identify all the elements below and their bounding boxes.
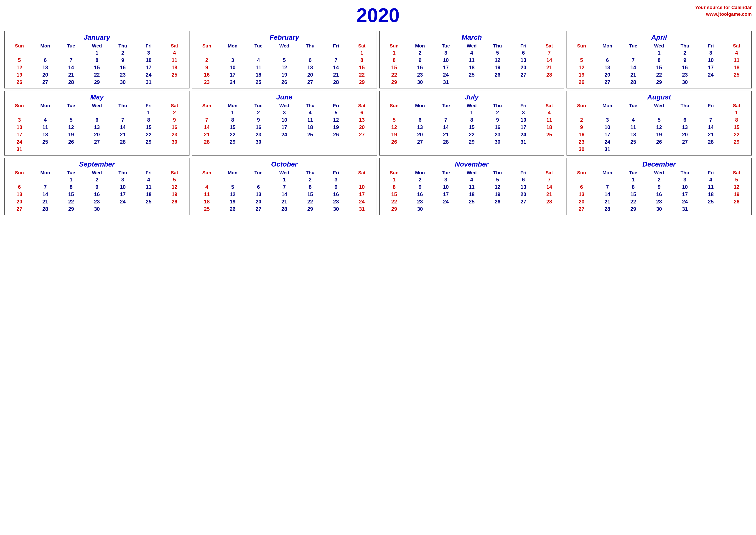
day-cell: 30 [84,205,110,213]
day-cell: 26 [646,138,672,146]
day-header-sun: Sun [194,43,220,49]
day-cell: 20 [510,64,536,71]
day-cell: 8 [220,116,246,124]
day-cell: 6 [672,116,698,124]
day-header-wed: Wed [84,170,110,176]
day-cell: 1 [349,49,375,57]
day-cell: 19 [161,191,187,198]
day-cell: 28 [271,205,297,213]
day-cell: 24 [110,198,136,205]
day-cell [84,109,110,116]
day-cell: 5 [485,49,510,57]
week-row: 282930 [194,138,375,146]
day-cell: 17 [433,191,459,198]
day-cell: 23 [569,138,595,146]
day-cell: 21 [433,131,459,138]
week-row: 3031 [569,146,749,153]
day-cell: 6 [407,116,433,124]
day-cell: 20 [246,198,271,205]
day-cell: 11 [297,116,323,124]
week-row: 567891011 [381,116,562,124]
day-header-tue: Tue [620,43,646,49]
day-cell: 11 [620,124,646,131]
month-table: SunMonTueWedThuFriSat1234567891011121314… [194,170,375,213]
day-cell [646,146,672,153]
week-row: 25262728293031 [194,205,375,213]
day-cell: 5 [220,183,246,191]
month-title: August [569,93,749,101]
day-cell: 26 [724,198,749,205]
day-cell: 20 [349,124,375,131]
day-cell: 13 [510,57,536,64]
day-cell: 20 [569,198,595,205]
day-cell: 13 [510,183,536,191]
day-cell [32,49,58,57]
day-cell: 1 [620,176,646,183]
day-cell: 24 [7,138,32,146]
day-header-fri: Fri [136,43,161,49]
day-cell: 27 [407,138,433,146]
day-cell: 14 [595,191,620,198]
day-cell: 14 [110,124,136,131]
day-header-fri: Fri [323,43,349,49]
day-header-mon: Mon [407,43,433,49]
week-row: 12 [7,109,187,116]
day-cell: 23 [485,131,510,138]
day-cell [510,205,536,213]
day-header-sat: Sat [536,170,562,176]
day-cell [271,49,297,57]
day-cell [485,78,510,86]
day-cell: 22 [620,198,646,205]
day-cell: 12 [58,124,84,131]
day-header-sun: Sun [194,170,220,176]
day-header-mon: Mon [407,170,433,176]
month-september: SeptemberSunMonTueWedThuFriSat1234567891… [4,158,189,215]
day-header-wed: Wed [646,43,672,49]
day-cell: 1 [459,109,485,116]
week-row: 567891011 [569,57,749,64]
day-cell: 25 [724,71,749,78]
day-cell: 22 [297,198,323,205]
day-cell: 21 [536,191,562,198]
calendar-page: 2020 Your source for Calendar www.jtoolg… [4,4,752,215]
day-cell: 23 [110,71,136,78]
day-cell: 11 [161,57,187,64]
day-cell: 31 [672,205,698,213]
day-cell: 7 [698,116,724,124]
day-cell: 27 [672,138,698,146]
page-header: 2020 Your source for Calendar www.jtoolg… [4,4,752,27]
month-december: DecemberSunMonTueWedThuFriSat12345678910… [567,158,752,215]
day-cell [7,109,32,116]
day-header-thu: Thu [485,43,510,49]
week-row: 1234 [7,49,187,57]
day-header-fri: Fri [136,170,161,176]
day-cell: 19 [323,124,349,131]
day-cell: 9 [110,57,136,64]
week-row: 20212223242526 [7,198,187,205]
day-cell: 4 [620,116,646,124]
day-cell: 25 [246,78,271,86]
day-cell: 17 [220,71,246,78]
day-cell [698,78,724,86]
week-row: 22232425262728 [381,198,562,205]
week-row: 2930 [381,205,562,213]
week-row: 31 [7,146,187,153]
day-cell [459,205,485,213]
day-cell: 11 [459,183,485,191]
day-cell: 19 [485,191,510,198]
day-cell: 20 [672,131,698,138]
day-cell: 21 [194,131,220,138]
day-cell: 5 [7,57,32,64]
day-cell [7,176,32,183]
day-cell: 18 [161,64,187,71]
day-cell: 24 [349,198,375,205]
day-cell: 12 [485,57,510,64]
day-cell: 14 [194,124,220,131]
day-cell: 12 [323,116,349,124]
day-header-sun: Sun [7,170,32,176]
day-cell: 8 [84,57,110,64]
day-cell [381,109,407,116]
day-cell: 7 [433,116,459,124]
week-row: 12131415161718 [381,124,562,131]
day-header-sat: Sat [161,43,187,49]
